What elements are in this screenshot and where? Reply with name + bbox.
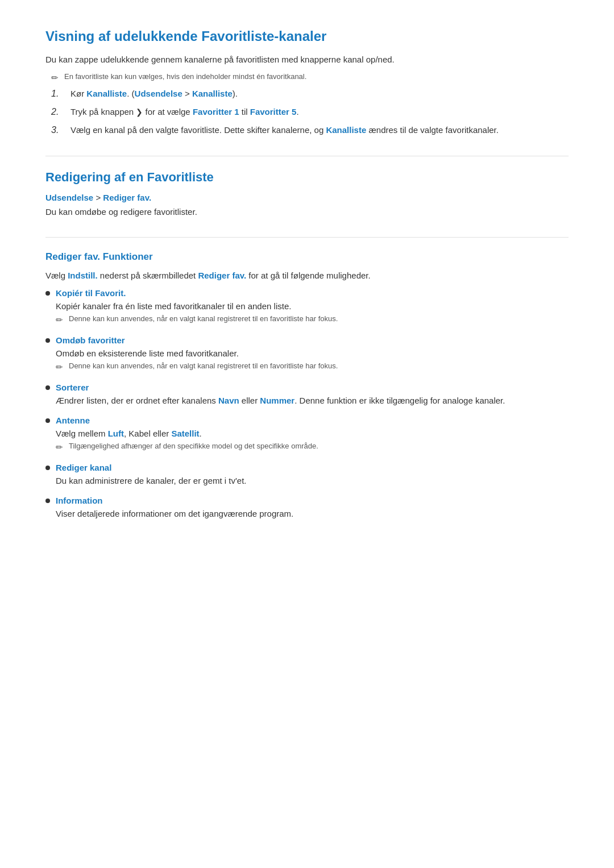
kanalliste-link-2[interactable]: Kanalliste [192, 89, 233, 98]
breadcrumb-sep: > [96, 193, 103, 202]
bullet-dot-1 [45, 291, 50, 296]
chevron-right-icon: ❯ [136, 107, 143, 117]
bullet-antenne-header: Antenne [45, 416, 569, 425]
steps-list: 1. Kør Kanalliste. (Udsendelse > Kanalli… [51, 89, 569, 135]
note-icon-3: ✏ [56, 362, 63, 372]
bullet-information-label: Information [56, 496, 103, 505]
note-icon-4: ✏ [56, 442, 63, 452]
bullet-kopier-header: Kopiér til Favorit. [45, 288, 569, 298]
nummer-link[interactable]: Nummer [260, 396, 294, 405]
step-2-number: 2. [51, 107, 63, 117]
bullet-information: Information Viser detaljerede informatio… [45, 496, 569, 518]
navn-link[interactable]: Navn [218, 396, 239, 405]
bullet-kopier-note-text: Denne kan kun anvendes, når en valgt kan… [69, 314, 338, 323]
bullet-list: Kopiér til Favorit. Kopiér kanaler fra é… [45, 288, 569, 518]
bullet-rediger-kanal-header: Rediger kanal [45, 463, 569, 472]
step-2: 2. Tryk på knappen ❯ for at vælge Favori… [51, 107, 569, 117]
section-divider-2 [45, 237, 569, 238]
bullet-antenne-note: ✏ Tilgængelighed afhænger af den specifi… [56, 442, 569, 452]
bullet-kopier-desc: Kopiér kanaler fra én liste med favoritk… [56, 301, 569, 311]
bullet-omdobf-header: Omdøb favoritter [45, 335, 569, 345]
bullet-antenne-note-text: Tilgængelighed afhænger af den specifikk… [69, 442, 318, 450]
bullet-kopier-label: Kopiér til Favorit. [56, 288, 126, 298]
rediger-fav-link-1[interactable]: Rediger fav. [103, 193, 151, 202]
udsendelse-link-1[interactable]: Udsendelse [135, 89, 182, 98]
rediger-fav-link-2[interactable]: Rediger fav. [198, 271, 246, 280]
bullet-omdobf-desc: Omdøb en eksisterende liste med favoritk… [56, 348, 569, 358]
step-1: 1. Kør Kanalliste. (Udsendelse > Kanalli… [51, 89, 569, 99]
bullet-antenne-label: Antenne [56, 416, 90, 425]
indstill-link[interactable]: Indstill. [68, 271, 98, 280]
udsendelse-link-2[interactable]: Udsendelse [45, 193, 93, 202]
favoritter5-link[interactable]: Favoritter 5 [250, 107, 297, 117]
bullet-sorterer-desc: Ændrer listen, der er ordnet efter kanal… [56, 396, 569, 405]
page-content: Visning af udelukkende Favoritliste-kana… [45, 28, 569, 518]
step-1-text: Kør Kanalliste. (Udsendelse > Kanalliste… [70, 89, 238, 98]
step-3: 3. Vælg en kanal på den valgte favoritli… [51, 125, 569, 135]
subsection-intro: Vælg Indstill. nederst på skærmbilledet … [45, 271, 569, 280]
section2-title: Redigering af en Favoritliste [45, 170, 569, 185]
section2-intro: Du kan omdøbe og redigere favoritlister. [45, 207, 569, 217]
note-text-1: En favoritliste kan kun vælges, hvis den… [64, 72, 306, 81]
bullet-omdobf: Omdøb favoritter Omdøb en eksisterende l… [45, 335, 569, 372]
bullet-antenne: Antenne Vælg mellem Luft, Kabel eller Sa… [45, 416, 569, 452]
step-1-number: 1. [51, 89, 63, 99]
satellit-link[interactable]: Satellit [171, 429, 199, 438]
section1-intro: Du kan zappe udelukkende gennem kanalern… [45, 55, 569, 64]
bullet-kopier-note: ✏ Denne kan kun anvendes, når en valgt k… [56, 314, 569, 325]
section-divider-1 [45, 156, 569, 156]
bullet-sorterer: Sorterer Ændrer listen, der er ordnet ef… [45, 383, 569, 405]
bullet-rediger-kanal-label: Rediger kanal [56, 463, 111, 472]
subsection-title: Rediger fav. Funktioner [45, 251, 569, 263]
bullet-dot-6 [45, 499, 50, 503]
bullet-information-desc: Viser detaljerede informationer om det i… [56, 509, 569, 518]
step-3-number: 3. [51, 125, 63, 135]
bullet-rediger-kanal: Rediger kanal Du kan administrere de kan… [45, 463, 569, 485]
bullet-kopier: Kopiér til Favorit. Kopiér kanaler fra é… [45, 288, 569, 325]
bullet-dot-4 [45, 418, 50, 423]
luft-link[interactable]: Luft [108, 429, 124, 438]
bullet-omdobf-label: Omdøb favoritter [56, 335, 125, 345]
bullet-omdobf-note-text: Denne kan kun anvendes, når en valgt kan… [69, 362, 338, 370]
bullet-information-header: Information [45, 496, 569, 505]
bullet-sorterer-label: Sorterer [56, 383, 89, 392]
section1-note: ✏ En favoritliste kan kun vælges, hvis d… [51, 72, 569, 83]
kanalliste-link-1[interactable]: Kanalliste [86, 89, 127, 98]
note-icon-2: ✏ [56, 315, 63, 325]
bullet-rediger-kanal-desc: Du kan administrere de kanaler, der er g… [56, 476, 569, 485]
indstill-ref: Indstill. [68, 271, 98, 280]
kanalliste-link-3[interactable]: Kanalliste [326, 125, 366, 135]
section2-breadcrumb: Udsendelse > Rediger fav. [45, 193, 569, 202]
bullet-sorterer-header: Sorterer [45, 383, 569, 392]
bullet-dot-5 [45, 466, 50, 470]
step-3-text: Vælg en kanal på den valgte favoritliste… [70, 125, 499, 135]
note-icon-1: ✏ [51, 73, 59, 83]
bullet-omdobf-note: ✏ Denne kan kun anvendes, når en valgt k… [56, 362, 569, 372]
bullet-dot-3 [45, 385, 50, 390]
section1-title: Visning af udelukkende Favoritliste-kana… [45, 28, 569, 44]
step-2-text: Tryk på knappen ❯ for at vælge Favoritte… [70, 107, 299, 117]
favoritter1-link[interactable]: Favoritter 1 [193, 107, 239, 117]
bullet-dot-2 [45, 338, 50, 343]
bullet-antenne-desc: Vælg mellem Luft, Kabel eller Satellit. [56, 429, 569, 438]
